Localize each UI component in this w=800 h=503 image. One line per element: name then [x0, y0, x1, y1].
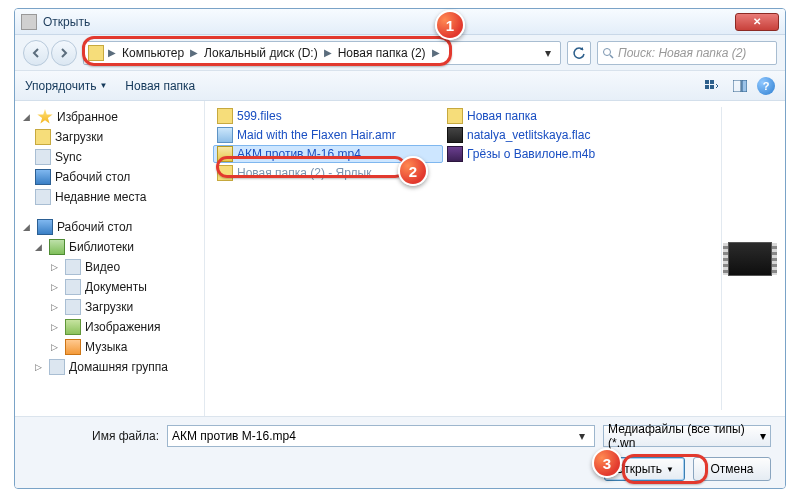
file-type-filter[interactable]: Медиафайлы (все типы) (*.wn ▾ — [603, 425, 771, 447]
help-button[interactable]: ? — [757, 77, 775, 95]
title-bar: Открыть ✕ — [15, 9, 785, 35]
search-placeholder: Поиск: Новая папка (2) — [618, 46, 746, 60]
libraries-icon — [49, 239, 65, 255]
shortcut-icon — [217, 165, 233, 181]
file-item[interactable]: 599.files — [213, 107, 443, 125]
refresh-button[interactable] — [567, 41, 591, 65]
file-item[interactable]: natalya_vetlitskaya.flac — [443, 126, 673, 144]
address-dropdown[interactable]: ▾ — [540, 46, 556, 60]
video-icon — [217, 146, 233, 162]
organize-label: Упорядочить — [25, 79, 96, 93]
folder-icon — [217, 108, 233, 124]
music-icon — [65, 339, 81, 355]
preview-pane — [721, 107, 777, 410]
window-title: Открыть — [43, 15, 90, 29]
filename-value: АКМ против М-16.mp4 — [172, 429, 296, 443]
tree-libraries[interactable]: ◢ Библиотеки — [17, 237, 202, 257]
tree-item-recent[interactable]: Недавние места — [17, 187, 202, 207]
tree-label: Изображения — [85, 320, 160, 334]
svg-rect-7 — [742, 80, 747, 92]
view-icon — [705, 80, 719, 92]
breadcrumb-segment[interactable]: Компьютер — [120, 46, 186, 60]
file-name: АКМ против М-16.mp4 — [237, 147, 361, 161]
tree-label: Рабочий стол — [55, 170, 130, 184]
tree-item-downloads[interactable]: Загрузки — [17, 127, 202, 147]
chevron-right-icon: ▶ — [188, 47, 200, 58]
tree-item-videos[interactable]: ▷Видео — [17, 257, 202, 277]
breadcrumb-segment[interactable]: Локальный диск (D:) — [202, 46, 320, 60]
navigation-pane: ◢ Избранное Загрузки Sync Рабочий стол Н… — [15, 101, 205, 416]
chevron-down-icon[interactable]: ▾ — [574, 429, 590, 443]
tree-label: Sync — [55, 150, 82, 164]
tree-label: Документы — [85, 280, 147, 294]
tree-label: Видео — [85, 260, 120, 274]
breadcrumb-segment[interactable]: Новая папка (2) — [336, 46, 428, 60]
view-options-button[interactable] — [701, 76, 723, 96]
file-item[interactable]: Новая папка — [443, 107, 673, 125]
file-item-selected[interactable]: АКМ против М-16.mp4 — [213, 145, 443, 163]
file-name: Новая папка — [467, 109, 537, 123]
filename-label: Имя файла: — [29, 429, 159, 443]
search-input[interactable]: Поиск: Новая папка (2) — [597, 41, 777, 65]
tree-desktop[interactable]: ◢ Рабочий стол — [17, 217, 202, 237]
expand-icon: ▷ — [51, 322, 61, 332]
chevron-right-icon: ▶ — [106, 47, 118, 58]
desktop-icon — [37, 219, 53, 235]
tree-label: Загрузки — [55, 130, 103, 144]
desktop-icon — [35, 169, 51, 185]
file-name: Грёзы о Вавилоне.m4b — [467, 147, 595, 161]
preview-toggle-button[interactable] — [729, 76, 751, 96]
search-icon — [602, 47, 614, 59]
file-item[interactable]: Грёзы о Вавилоне.m4b — [443, 145, 673, 163]
cancel-button-label: Отмена — [710, 462, 753, 476]
downloads-icon — [65, 299, 81, 315]
flac-icon — [447, 127, 463, 143]
open-button-label: Открыть — [615, 462, 662, 476]
address-bar-row: ▶ Компьютер ▶ Локальный диск (D:) ▶ Нова… — [15, 35, 785, 71]
tree-item-sync[interactable]: Sync — [17, 147, 202, 167]
tree-homegroup[interactable]: ▷Домашняя группа — [17, 357, 202, 377]
filename-input[interactable]: АКМ против М-16.mp4 ▾ — [167, 425, 595, 447]
pictures-icon — [65, 319, 81, 335]
folder-icon — [447, 108, 463, 124]
svg-rect-5 — [710, 85, 714, 89]
breadcrumb-bar[interactable]: ▶ Компьютер ▶ Локальный диск (D:) ▶ Нова… — [83, 41, 561, 65]
tree-item-pictures[interactable]: ▷Изображения — [17, 317, 202, 337]
tree-item-downloads-lib[interactable]: ▷Загрузки — [17, 297, 202, 317]
new-folder-label: Новая папка — [125, 79, 195, 93]
tree-item-desktop[interactable]: Рабочий стол — [17, 167, 202, 187]
sync-icon — [35, 149, 51, 165]
svg-rect-4 — [705, 85, 709, 89]
tree-favorites[interactable]: ◢ Избранное — [17, 107, 202, 127]
tree-item-documents[interactable]: ▷Документы — [17, 277, 202, 297]
video-icon — [65, 259, 81, 275]
forward-button[interactable] — [51, 40, 77, 66]
folder-icon — [35, 129, 51, 145]
preview-icon — [733, 80, 747, 92]
tree-item-music[interactable]: ▷Музыка — [17, 337, 202, 357]
tree-label: Недавние места — [55, 190, 146, 204]
open-button[interactable]: Открыть ▼ — [604, 457, 685, 481]
arrow-left-icon — [31, 48, 41, 58]
file-name: Maid with the Flaxen Hair.amr — [237, 128, 396, 142]
tree-label: Домашняя группа — [69, 360, 168, 374]
tree-label: Загрузки — [85, 300, 133, 314]
organize-menu[interactable]: Упорядочить ▼ — [25, 79, 107, 93]
new-folder-button[interactable]: Новая папка — [125, 79, 195, 93]
back-button[interactable] — [23, 40, 49, 66]
folder-icon — [88, 45, 104, 61]
cancel-button[interactable]: Отмена — [693, 457, 771, 481]
audio-icon — [217, 127, 233, 143]
app-icon — [21, 14, 37, 30]
chevron-down-icon: ▼ — [666, 465, 674, 474]
chevron-down-icon: ▼ — [99, 81, 107, 90]
filter-label: Медиафайлы (все типы) (*.wn — [608, 422, 760, 450]
collapse-icon: ◢ — [23, 222, 33, 232]
file-item[interactable]: Новая папка (2) - Ярлык — [213, 164, 443, 182]
homegroup-icon — [49, 359, 65, 375]
file-item[interactable]: Maid with the Flaxen Hair.amr — [213, 126, 443, 144]
close-button[interactable]: ✕ — [735, 13, 779, 31]
collapse-icon: ◢ — [35, 242, 45, 252]
svg-rect-2 — [705, 80, 709, 84]
refresh-icon — [572, 46, 586, 60]
